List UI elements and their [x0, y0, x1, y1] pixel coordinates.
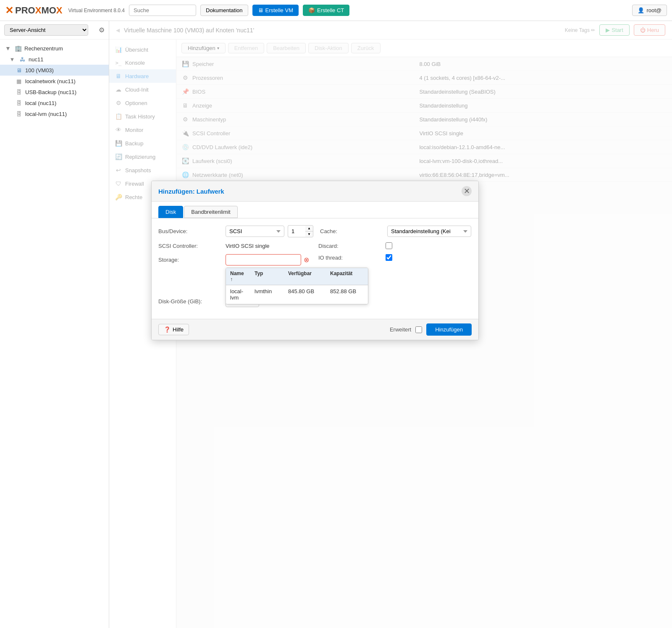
form-row-storage-io: Storage: ⊗ Name ↑	[158, 254, 472, 271]
gear-icon[interactable]: ⚙	[99, 26, 105, 34]
form-group-discard: Discard:	[318, 242, 472, 249]
discard-checkbox[interactable]	[386, 242, 392, 249]
device-number-input[interactable]	[288, 225, 305, 237]
main-layout: Server-Ansicht ⚙ ▼ 🏢 Rechenzentrum ▼ 🖧 n…	[0, 21, 672, 628]
tree-item-vm100[interactable]: 🖥 100 (VM03)	[0, 65, 109, 76]
storage-input[interactable]	[226, 254, 301, 265]
usb-backup-label: USB-Backup (nuc11)	[25, 89, 76, 95]
footer-right: Erweitert Hinzufügen	[390, 323, 472, 336]
usb-backup-icon: 🗄	[15, 88, 23, 96]
storage-label: Storage:	[158, 257, 226, 263]
logo-x-icon: ✕	[5, 5, 13, 16]
bus-device-field: SCSI ▲ ▼	[226, 225, 313, 237]
row-capacity: 852.88 GB	[326, 285, 368, 304]
row-name: local-lvm	[226, 285, 250, 304]
spinner-down-button[interactable]: ▼	[305, 231, 313, 237]
logo: ✕ PROXMOX	[5, 5, 63, 16]
create-vm-icon: 🖥	[258, 7, 263, 13]
add-drive-dialog: Hinzufügen: Laufwerk ✕ Disk Bandbreitenl…	[151, 181, 479, 340]
col-type-header: Typ	[250, 268, 284, 285]
tree-item-local-lvm[interactable]: 🗄 local-lvm (nuc11)	[0, 108, 109, 119]
disk-size-label: Disk-Größe (GiB):	[158, 298, 226, 305]
localnetwork-label: localnetwork (nuc11)	[25, 78, 76, 84]
device-number-spinner[interactable]: ▲ ▼	[288, 225, 313, 237]
cache-label: Cache:	[320, 228, 387, 234]
form-group-scsi: SCSI Controller: VirtIO SCSI single	[158, 242, 312, 249]
form-group-io-thread: IO thread:	[318, 254, 472, 261]
dialog-tabs: Disk Bandbreitenlimit	[152, 202, 478, 218]
col-capacity-header: Kapazität	[326, 268, 368, 285]
form-group-bus: Bus/Device: SCSI ▲ ▼	[158, 225, 313, 237]
node-server-icon: 🖧	[18, 55, 26, 63]
tree-item-datacenter[interactable]: ▼ 🏢 Rechenzentrum	[0, 43, 109, 54]
discard-label: Discard:	[318, 243, 386, 249]
sidebar: Server-Ansicht ⚙ ▼ 🏢 Rechenzentrum ▼ 🖧 n…	[0, 21, 109, 628]
storage-error-icon: ⊗	[304, 256, 309, 264]
topbar: ✕ PROXMOX Virtual Environment 8.0.4 Doku…	[0, 0, 672, 21]
datacenter-label: Rechenzentrum	[24, 45, 63, 52]
node-label: nuc11	[29, 56, 43, 63]
sidebar-header: Server-Ansicht ⚙	[0, 21, 109, 39]
content-area: ◀ Virtuelle Maschine 100 (VM03) auf Knot…	[109, 21, 672, 628]
row-type: lvmthin	[250, 285, 284, 304]
dropdown-header-row: Name ↑ Typ Verfügbar Kapazität	[226, 268, 368, 285]
tab-bandwidth[interactable]: Bandbreitenlimit	[184, 206, 237, 218]
scsi-controller-value: VirtIO SCSI single	[226, 243, 270, 249]
list-item[interactable]: local-lvm lvmthin 845.80 GB 852.88 GB	[226, 285, 368, 304]
io-thread-label: IO thread:	[318, 255, 386, 261]
submit-button[interactable]: Hinzufügen	[426, 323, 472, 336]
col-available-header: Verfügbar	[284, 268, 326, 285]
form-group-cache: Cache: Standardeinstellung (Kei	[320, 225, 472, 237]
create-ct-icon: 📦	[308, 7, 315, 13]
node-expand-icon: ▼	[8, 55, 16, 63]
bus-device-label: Bus/Device:	[158, 228, 226, 234]
dialog-title: Hinzufügen: Laufwerk	[158, 188, 224, 195]
storage-dropdown-table: Name ↑ Typ Verfügbar Kapazität local-lvm…	[226, 268, 368, 305]
doc-button[interactable]: Dokumentation	[200, 5, 248, 16]
dialog-header: Hinzufügen: Laufwerk ✕	[152, 181, 478, 202]
create-ct-button[interactable]: 📦 Erstelle CT	[303, 5, 349, 16]
datacenter-building-icon: 🏢	[14, 45, 22, 52]
spinner-arrows: ▲ ▼	[305, 225, 313, 237]
local-lvm-icon: 🗄	[15, 110, 23, 118]
vm-label: 100 (VM03)	[25, 67, 54, 74]
logo-text: PROXMOX	[15, 5, 63, 16]
spinner-up-button[interactable]: ▲	[305, 226, 313, 231]
col-name-header[interactable]: Name ↑	[226, 268, 250, 285]
extended-checkbox[interactable]	[415, 326, 422, 333]
scsi-controller-label: SCSI Controller:	[158, 243, 226, 249]
io-thread-checkbox[interactable]	[386, 254, 392, 261]
help-icon: ❓	[164, 326, 171, 333]
local-icon: 🗄	[15, 99, 23, 107]
tree-item-nuc11[interactable]: ▼ 🖧 nuc11	[0, 54, 109, 65]
dialog-footer: ❓ Hilfe Erweitert Hinzufügen	[152, 319, 478, 340]
extended-label: Erweitert	[390, 326, 411, 333]
create-vm-button[interactable]: 🖥 Erstelle VM	[252, 5, 299, 16]
form-row-scsi-discard: SCSI Controller: VirtIO SCSI single Disc…	[158, 242, 472, 254]
tab-disk[interactable]: Disk	[158, 206, 183, 218]
footer-left: ❓ Hilfe	[158, 324, 189, 335]
localnetwork-icon: ▦	[15, 77, 23, 85]
dialog-close-button[interactable]: ✕	[462, 186, 472, 196]
user-icon: 👤	[638, 7, 644, 13]
form-row-bus-cache: Bus/Device: SCSI ▲ ▼	[158, 225, 472, 242]
tree: ▼ 🏢 Rechenzentrum ▼ 🖧 nuc11 🖥 100 (VM03)…	[0, 39, 109, 628]
tree-item-local[interactable]: 🗄 local (nuc11)	[0, 97, 109, 108]
storage-input-wrap: ⊗	[226, 254, 309, 265]
user-menu[interactable]: 👤 root@	[632, 5, 667, 16]
version-label: Virtual Environment 8.0.4	[68, 8, 125, 13]
help-button[interactable]: ❓ Hilfe	[158, 324, 189, 335]
local-label: local (nuc11)	[25, 100, 56, 106]
tree-item-localnetwork[interactable]: ▦ localnetwork (nuc11)	[0, 76, 109, 87]
cache-select[interactable]: Standardeinstellung (Kei	[387, 226, 471, 237]
local-lvm-label: local-lvm (nuc11)	[25, 111, 67, 117]
form-group-storage: Storage: ⊗ Name ↑	[158, 254, 312, 271]
tree-item-usb-backup[interactable]: 🗄 USB-Backup (nuc11)	[0, 87, 109, 97]
bus-select[interactable]: SCSI	[226, 226, 284, 237]
server-view-select[interactable]: Server-Ansicht	[4, 24, 88, 36]
vm-icon: 🖥	[15, 66, 23, 74]
search-input[interactable]	[129, 5, 196, 16]
dialog-body: Bus/Device: SCSI ▲ ▼	[152, 218, 478, 319]
datacenter-icon: ▼	[4, 45, 12, 52]
row-available: 845.80 GB	[284, 285, 326, 304]
